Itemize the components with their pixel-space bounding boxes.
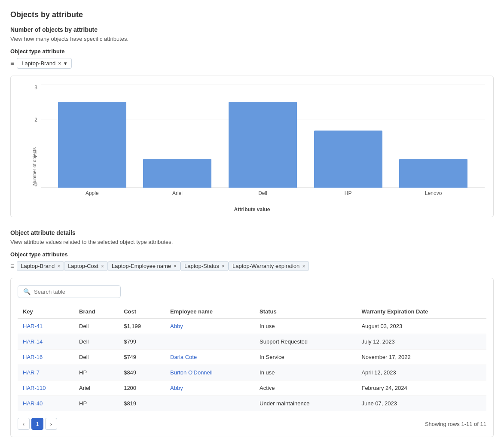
chart-filter-bar: ≡ Laptop-Brand × ▾ (10, 58, 494, 69)
search-input[interactable] (34, 289, 115, 295)
table-row: HAR-40HP$819Under maintainenceJune 07, 2… (18, 396, 486, 411)
x-label-hp: HP (305, 190, 391, 196)
chart-area: 3 2 1 0 Number of objects AppleArielDell… (19, 85, 485, 205)
chip-label-3: Laptop-Status (184, 263, 219, 269)
row-2-status: In Service (254, 350, 356, 365)
x-axis-title: Attribute value (19, 207, 485, 213)
pagination-controls: ‹ 1 › (18, 418, 57, 430)
row-1-warranty: July 12, 2023 (356, 334, 486, 350)
row-5-employee (165, 396, 254, 411)
bar-apple[interactable] (58, 102, 126, 188)
row-2-employee[interactable]: Darla Cote (165, 350, 254, 365)
chart-filter-value: Laptop-Brand (21, 60, 55, 67)
chip-label-2: Laptop-Employee name (112, 263, 171, 269)
bar-hp[interactable] (314, 131, 382, 188)
chip-close-3[interactable]: × (222, 263, 225, 269)
row-1-status: Support Requested (254, 334, 356, 350)
table-row: HAR-16Dell$749Darla CoteIn ServiceNovemb… (18, 350, 486, 365)
row-1-key[interactable]: HAR-14 (18, 334, 74, 350)
data-table: KeyBrandCostEmployee nameStatusWarranty … (18, 305, 486, 411)
row-5-warranty: June 07, 2023 (356, 396, 486, 411)
row-0-cost: $1,199 (119, 319, 165, 334)
header-row: KeyBrandCostEmployee nameStatusWarranty … (18, 305, 486, 319)
table-row: HAR-41Dell$1,199AbbyIn useAugust 03, 202… (18, 319, 486, 334)
chart-section-desc: View how many objects have specific attr… (10, 36, 494, 42)
attribute-label: Object type attribute (10, 48, 494, 55)
search-icon: 🔍 (23, 288, 31, 295)
x-label-apple: Apple (49, 190, 135, 196)
details-section-title: Object attribute details (10, 229, 494, 236)
bar-ariel[interactable] (143, 159, 211, 188)
row-0-key[interactable]: HAR-41 (18, 319, 74, 334)
chart-container: 3 2 1 0 Number of objects AppleArielDell… (10, 76, 494, 217)
x-label-dell: Dell (220, 190, 305, 196)
filter-icon: ≡ (10, 60, 14, 67)
table-row: HAR-7HP$849Burton O'DonnellIn useApril 1… (18, 365, 486, 380)
col-header-cost: Cost (119, 305, 165, 319)
table-header: KeyBrandCostEmployee nameStatusWarranty … (18, 305, 486, 319)
col-header-brand: Brand (74, 305, 119, 319)
row-4-key[interactable]: HAR-110 (18, 380, 74, 396)
bar-group-apple (49, 102, 135, 188)
col-header-employee-name: Employee name (165, 305, 254, 319)
y-tick-2: 2 (34, 117, 37, 123)
pagination: ‹ 1 › Showing rows 1-11 of 11 (18, 418, 486, 430)
row-4-status: Active (254, 380, 356, 396)
row-4-cost: 1200 (119, 380, 165, 396)
row-5-cost: $819 (119, 396, 165, 411)
row-0-employee[interactable]: Abby (165, 319, 254, 334)
row-3-cost: $849 (119, 365, 165, 380)
chip-close-4[interactable]: × (302, 263, 305, 269)
row-3-brand: HP (74, 365, 119, 380)
row-4-warranty: February 24, 2024 (356, 380, 486, 396)
row-2-warranty: November 17, 2022 (356, 350, 486, 365)
table-row: HAR-14Dell$799Support RequestedJuly 12, … (18, 334, 486, 350)
chip-close-2[interactable]: × (174, 263, 177, 269)
details-filter-bar: ≡ Laptop-Brand×Laptop-Cost×Laptop-Employ… (10, 261, 494, 271)
y-axis-title: Number of objects (32, 147, 37, 186)
row-4-brand: Ariel (74, 380, 119, 396)
row-2-key[interactable]: HAR-16 (18, 350, 74, 365)
row-3-warranty: April 12, 2023 (356, 365, 486, 380)
page-title: Objects by attribute (10, 10, 494, 19)
x-label-ariel: Ariel (135, 190, 220, 196)
search-bar[interactable]: 🔍 (18, 285, 121, 298)
row-5-key[interactable]: HAR-40 (18, 396, 74, 411)
bar-dell[interactable] (229, 102, 297, 188)
row-0-status: In use (254, 319, 356, 334)
chart-filter-dropdown[interactable]: Laptop-Brand × ▾ (17, 58, 71, 69)
row-1-cost: $799 (119, 334, 165, 350)
bar-lenovo[interactable] (399, 159, 467, 188)
prev-page-button[interactable]: ‹ (18, 418, 30, 430)
chip-label-1: Laptop-Cost (68, 263, 98, 269)
row-5-status: Under maintainence (254, 396, 356, 411)
row-2-cost: $749 (119, 350, 165, 365)
row-4-employee[interactable]: Abby (165, 380, 254, 396)
table-row: HAR-110Ariel1200AbbyActiveFebruary 24, 2… (18, 380, 486, 396)
filter-chip-2: Laptop-Employee name× (108, 261, 180, 271)
row-3-key[interactable]: HAR-7 (18, 365, 74, 380)
next-page-button[interactable]: › (45, 418, 57, 430)
chart-filter-arrow: ▾ (64, 60, 67, 67)
row-3-employee[interactable]: Burton O'Donnell (165, 365, 254, 380)
chip-close-1[interactable]: × (101, 263, 104, 269)
bar-group-ariel (135, 159, 220, 188)
chip-close-0[interactable]: × (57, 263, 60, 269)
row-0-brand: Dell (74, 319, 119, 334)
x-label-lenovo: Lenovo (391, 190, 476, 196)
attributes-label: Object type attributes (10, 251, 494, 258)
details-filter-chips: Laptop-Brand×Laptop-Cost×Laptop-Employee… (17, 261, 309, 271)
row-1-employee (165, 334, 254, 350)
table-section: 🔍 KeyBrandCostEmployee nameStatusWarrant… (10, 278, 494, 437)
filter-chip-1: Laptop-Cost× (64, 261, 108, 271)
col-header-key: Key (18, 305, 74, 319)
page-1-button[interactable]: 1 (31, 418, 43, 430)
y-tick-3: 3 (34, 85, 37, 91)
row-2-brand: Dell (74, 350, 119, 365)
details-section-desc: View attribute values related to the sel… (10, 239, 494, 245)
col-header-warranty-expiration-date: Warranty Expiration Date (356, 305, 486, 319)
chart-bars (41, 85, 485, 188)
bar-group-hp (305, 131, 391, 188)
chart-filter-close[interactable]: × (58, 60, 61, 67)
row-0-warranty: August 03, 2023 (356, 319, 486, 334)
